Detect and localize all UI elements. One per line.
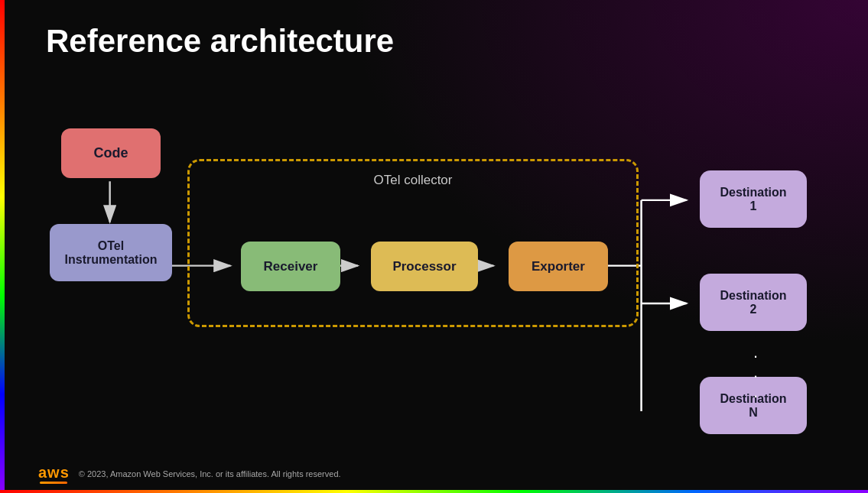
ellipsis-dots: ···	[753, 346, 759, 406]
code-label: Code	[94, 145, 128, 161]
aws-text: aws	[38, 464, 70, 482]
exporter-label: Exporter	[532, 259, 585, 274]
collector-label: OTel collector	[374, 173, 453, 188]
destination-1-label: Destination1	[720, 186, 786, 213]
destination-2-label: Destination2	[720, 289, 786, 316]
instrumentation-box: OTelInstrumentation	[50, 224, 172, 281]
processor-box: Processor	[371, 242, 478, 291]
code-box: Code	[61, 128, 161, 178]
destination-2-box: Destination2	[700, 274, 807, 331]
slide: Reference architecture	[0, 0, 868, 493]
footer: aws © 2023, Amazon Web Services, Inc. or…	[38, 464, 341, 484]
slide-title: Reference architecture	[46, 23, 830, 60]
architecture-diagram: Code OTelInstrumentation OTel collector …	[38, 83, 830, 411]
copyright-text: © 2023, Amazon Web Services, Inc. or its…	[79, 469, 341, 478]
instrumentation-label: OTelInstrumentation	[65, 239, 158, 267]
destination-1-box: Destination1	[700, 170, 807, 228]
aws-logo: aws	[38, 464, 70, 484]
receiver-box: Receiver	[241, 242, 340, 291]
receiver-label: Receiver	[264, 259, 318, 274]
processor-label: Processor	[392, 259, 456, 274]
exporter-box: Exporter	[509, 242, 608, 291]
aws-underline	[40, 482, 67, 484]
